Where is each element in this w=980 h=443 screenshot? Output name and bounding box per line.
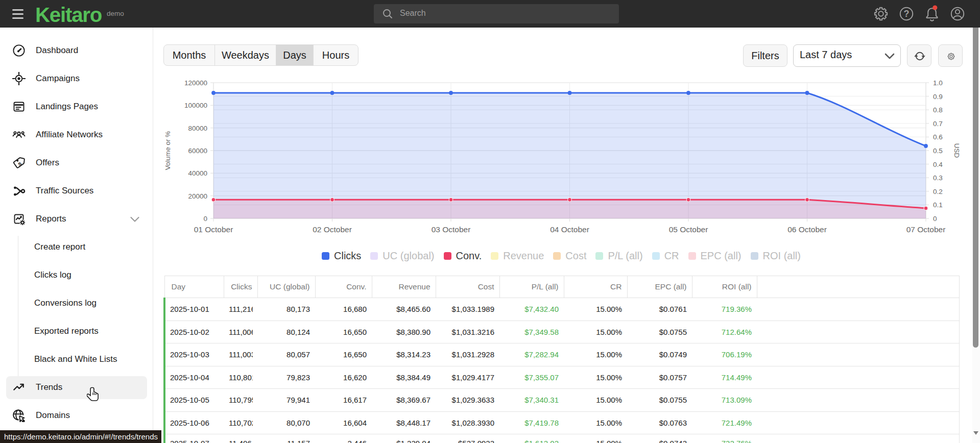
svg-text:1.0: 1.0 [933, 79, 943, 87]
svg-text:06 October: 06 October [787, 225, 827, 234]
svg-text:0.6: 0.6 [933, 133, 943, 141]
svg-text:0.7: 0.7 [933, 120, 943, 128]
svg-text:02 October: 02 October [313, 225, 352, 234]
svg-text:04 October: 04 October [550, 225, 589, 234]
svg-text:USD: USD [953, 143, 961, 158]
svg-text:0: 0 [933, 215, 937, 223]
svg-text:0.2: 0.2 [933, 188, 943, 195]
svg-text:0.3: 0.3 [933, 174, 943, 182]
svg-text:07 October: 07 October [906, 225, 946, 234]
svg-text:Volume or %: Volume or % [164, 131, 172, 170]
svg-text:80000: 80000 [188, 125, 207, 132]
svg-text:s: s [16, 159, 23, 167]
svg-text:100000: 100000 [184, 102, 207, 109]
svg-text:20000: 20000 [188, 192, 207, 200]
svg-text:03 October: 03 October [432, 225, 471, 234]
svg-text:60000: 60000 [188, 147, 207, 155]
svg-text:01 October: 01 October [194, 225, 233, 234]
svg-text:05 October: 05 October [669, 225, 708, 234]
svg-text:120000: 120000 [184, 79, 207, 87]
svg-text:0.5: 0.5 [933, 147, 943, 155]
svg-text:?: ? [904, 9, 910, 19]
svg-text:0.1: 0.1 [933, 201, 943, 209]
svg-text:0.4: 0.4 [933, 161, 943, 168]
svg-text:40000: 40000 [188, 169, 207, 177]
svg-text:0: 0 [203, 215, 207, 223]
svg-text:0.8: 0.8 [933, 106, 943, 114]
svg-text:0.9: 0.9 [933, 93, 943, 101]
